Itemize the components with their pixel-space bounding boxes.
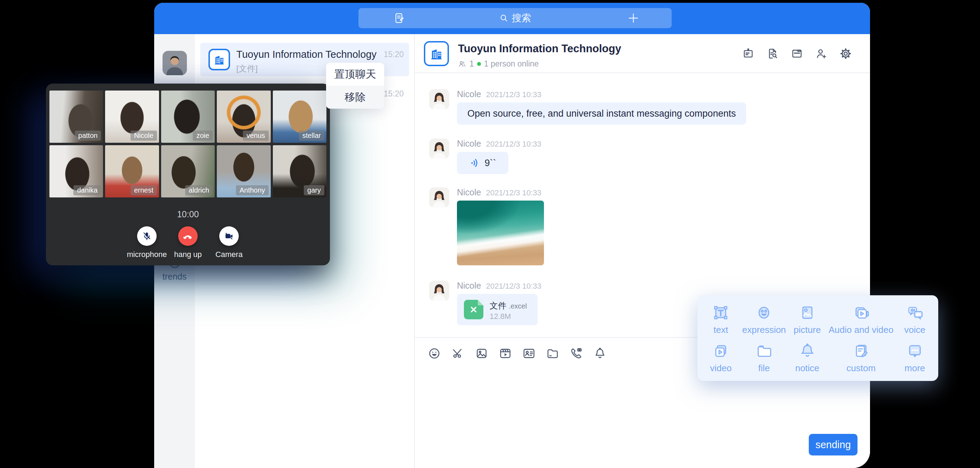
- camera-button[interactable]: Camera: [210, 226, 248, 259]
- panel-item-text[interactable]: text: [700, 300, 742, 339]
- participant-name: Anthony: [236, 185, 268, 195]
- my-avatar[interactable]: [162, 51, 187, 75]
- participant-name: aldrich: [185, 185, 213, 195]
- conversation-context-menu: 置顶聊天 移除: [326, 63, 384, 109]
- sender-avatar[interactable]: [429, 89, 449, 109]
- panel-item-voice[interactable]: voice: [893, 300, 936, 339]
- file-size: 12.8M: [490, 312, 511, 321]
- panel-item-expression[interactable]: expression: [742, 300, 786, 339]
- file-name: 文件: [490, 301, 506, 310]
- participant-tile[interactable]: Anthony: [217, 145, 270, 197]
- hang-up-button[interactable]: hang up: [169, 226, 207, 259]
- panel-item-video[interactable]: video: [700, 339, 742, 377]
- files-icon[interactable]: [790, 47, 804, 61]
- message-time: 2021/12/3 10:33: [486, 282, 541, 291]
- trends-label: trends: [154, 272, 195, 282]
- contact-card-icon[interactable]: [522, 347, 536, 360]
- message-file: Nicole 2021/12/3 10:33 文件 .excel 12.8M: [429, 281, 541, 325]
- sender-avatar[interactable]: [429, 187, 449, 208]
- add-member-icon[interactable]: [815, 47, 828, 61]
- participant-tile[interactable]: stellar: [273, 91, 326, 143]
- search-input[interactable]: 搜索: [358, 8, 672, 28]
- video-call-panel: patton Nicole zoie venus stellar danika …: [46, 83, 330, 265]
- video-icon[interactable]: [498, 347, 512, 360]
- panel-item-label: voice: [904, 324, 925, 335]
- participant-tile[interactable]: danika: [49, 145, 103, 197]
- send-button[interactable]: sending: [809, 434, 858, 455]
- panel-item-label: file: [758, 363, 770, 374]
- chat-main: Tuoyun Information Technology 1 1 person…: [415, 34, 870, 468]
- sender-name: Nicole: [457, 139, 481, 149]
- message-type-panel: text expression picture Audio and video: [697, 295, 938, 381]
- text-icon: [712, 303, 730, 322]
- microphone-label: microphone: [127, 250, 167, 259]
- text-bubble[interactable]: Open source, free, and universal instant…: [457, 102, 746, 125]
- conversation-time: 15:20: [383, 89, 404, 99]
- plus-icon[interactable]: [627, 12, 640, 24]
- panel-item-audio-video[interactable]: Audio and video: [829, 300, 893, 339]
- conversation-time: 15:20: [383, 50, 404, 59]
- notice-icon: [798, 342, 816, 360]
- top-bar: 搜索: [154, 3, 870, 34]
- participant-tile[interactable]: aldrich: [161, 145, 215, 197]
- panel-item-notice[interactable]: notice: [786, 339, 829, 377]
- picture-icon[interactable]: [475, 347, 488, 360]
- members-icon: [458, 60, 466, 68]
- search-placeholder: 搜索: [512, 11, 531, 25]
- panel-item-label: text: [713, 324, 728, 335]
- panel-item-file[interactable]: file: [742, 339, 786, 377]
- panel-item-label: Audio and video: [829, 324, 893, 335]
- chat-history-search-icon[interactable]: [765, 47, 780, 61]
- participant-name: ernest: [130, 185, 157, 195]
- message-time: 2021/12/3 10:33: [486, 90, 541, 99]
- participant-name: patton: [75, 131, 101, 141]
- message-text: Nicole 2021/12/3 10:33 Open source, free…: [429, 89, 746, 125]
- group-avatar-icon: [424, 41, 449, 66]
- panel-item-custom[interactable]: custom: [829, 339, 893, 377]
- participant-tile[interactable]: patton: [49, 91, 103, 143]
- participant-tile[interactable]: venus: [217, 91, 270, 143]
- chat-header: Tuoyun Information Technology 1 1 person…: [415, 34, 870, 73]
- sender-avatar[interactable]: [429, 281, 449, 301]
- file-bubble[interactable]: 文件 .excel 12.8M: [457, 294, 538, 325]
- announcement-icon[interactable]: [741, 47, 755, 61]
- menu-item-remove[interactable]: 移除: [326, 86, 384, 109]
- emoji-icon[interactable]: [427, 347, 441, 360]
- more-icon: [906, 342, 924, 360]
- participant-tile[interactable]: ernest: [105, 145, 159, 197]
- panel-item-more[interactable]: more: [893, 339, 936, 377]
- video-call-icon[interactable]: [570, 347, 583, 360]
- call-controls: microphone hang up Camera: [46, 226, 330, 259]
- participant-tile[interactable]: gary: [273, 145, 326, 197]
- camera-off-icon: [219, 226, 239, 246]
- notification-icon[interactable]: [593, 347, 607, 360]
- panel-item-picture[interactable]: picture: [786, 300, 829, 339]
- participant-name: zoie: [193, 131, 213, 141]
- participant-tile[interactable]: Nicole: [105, 91, 159, 143]
- expression-icon: [755, 303, 773, 322]
- chat-title: Tuoyun Information Technology: [458, 43, 621, 55]
- settings-icon[interactable]: [839, 47, 853, 61]
- message-time: 2021/12/3 10:33: [486, 140, 541, 149]
- participant-name: danika: [73, 185, 101, 195]
- screenshot-icon[interactable]: [451, 347, 465, 360]
- sender-avatar[interactable]: [429, 139, 449, 159]
- microphone-button[interactable]: microphone: [128, 226, 165, 259]
- chat-subtitle: 1 1 person online: [458, 59, 539, 69]
- conversation-title: Tuoyun Information Technology: [236, 49, 377, 60]
- sender-name: Nicole: [457, 187, 481, 197]
- image-message-thumbnail[interactable]: [457, 201, 544, 265]
- custom-icon: [852, 342, 870, 360]
- online-status: 1 person online: [484, 59, 539, 69]
- participant-tile[interactable]: zoie: [161, 91, 215, 143]
- file-icon[interactable]: [546, 347, 560, 360]
- panel-item-label: custom: [846, 363, 876, 374]
- file-extension: .excel: [509, 302, 527, 310]
- member-count: 1: [469, 59, 474, 69]
- voice-bubble[interactable]: 9``: [457, 152, 508, 174]
- search-bar[interactable]: 搜索: [358, 8, 672, 28]
- panel-item-label: picture: [794, 324, 821, 335]
- panel-item-label: notice: [795, 363, 819, 374]
- excel-file-icon: [464, 300, 484, 319]
- menu-item-pin-chat[interactable]: 置顶聊天: [326, 63, 384, 86]
